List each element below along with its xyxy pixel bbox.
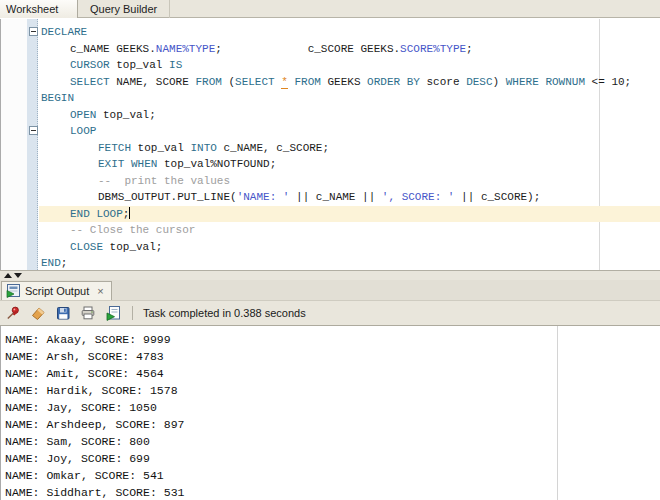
code-line[interactable]: DECLARE bbox=[39, 24, 660, 41]
pushpin-icon[interactable] bbox=[4, 305, 22, 322]
code-token: c_NAME GEEKS. bbox=[70, 43, 156, 55]
code-token: SELECT bbox=[70, 76, 110, 88]
code-token: SELECT bbox=[235, 76, 275, 88]
code-line[interactable]: FETCH top_val INTO c_NAME, c_SCORE; bbox=[39, 140, 660, 157]
output-line: NAME: Hardik, SCORE: 1578 bbox=[5, 382, 184, 399]
output-line: NAME: Jay, SCORE: 1050 bbox=[5, 399, 184, 416]
output-line: NAME: Amit, SCORE: 4564 bbox=[5, 365, 184, 382]
code-token: -- print the values bbox=[98, 175, 230, 187]
script-output-area[interactable]: NAME: Akaay, SCORE: 9999NAME: Arsh, SCOR… bbox=[0, 326, 660, 500]
code-token: CURSOR bbox=[70, 59, 110, 71]
code-token: WHEN bbox=[131, 158, 157, 170]
code-line[interactable]: CURSOR top_val IS bbox=[39, 57, 660, 74]
code-token: CLOSE bbox=[70, 241, 103, 253]
sql-developer-window: Worksheet Query Builder DECLAREc_NAME GE… bbox=[0, 0, 660, 500]
code-token: top_val bbox=[131, 142, 190, 154]
code-token: top_val bbox=[110, 59, 169, 71]
output-line: NAME: Akaay, SCORE: 9999 bbox=[5, 331, 184, 348]
code-token: <= 10; bbox=[585, 76, 631, 88]
code-token: SCORE%TYPE bbox=[400, 43, 466, 55]
output-divider-line bbox=[557, 326, 558, 500]
code-token: LOOP bbox=[70, 125, 96, 137]
run-script-icon[interactable] bbox=[104, 305, 122, 322]
code-line[interactable]: -- print the values bbox=[39, 173, 660, 190]
save-icon[interactable] bbox=[54, 305, 72, 322]
output-lines: NAME: Akaay, SCORE: 9999NAME: Arsh, SCOR… bbox=[5, 331, 184, 500]
code-token: NAME%TYPE bbox=[156, 43, 215, 55]
code-line[interactable]: EXIT WHEN top_val%NOTFOUND; bbox=[39, 156, 660, 173]
panel-splitter[interactable] bbox=[0, 270, 660, 280]
tab-script-output[interactable]: Script Output × bbox=[1, 281, 112, 300]
toolbar-separator bbox=[132, 306, 133, 320]
code-token: INTO bbox=[190, 142, 216, 154]
code-token: top_val; bbox=[96, 109, 155, 121]
code-token: WHERE bbox=[506, 76, 539, 88]
tab-query-builder[interactable]: Query Builder bbox=[78, 0, 170, 18]
code-token: ; bbox=[466, 43, 473, 55]
editor-gutter bbox=[1, 19, 27, 270]
code-token: || c_NAME || bbox=[289, 191, 381, 203]
code-token: * bbox=[281, 76, 288, 89]
output-line: NAME: Joy, SCORE: 699 bbox=[5, 450, 184, 467]
text-caret bbox=[129, 207, 130, 219]
code-line[interactable]: SELECT NAME, SCORE FROM (SELECT * FROM G… bbox=[39, 74, 660, 91]
code-token: ORDER BY bbox=[367, 76, 420, 88]
code-line[interactable]: LOOP bbox=[39, 123, 660, 140]
code-token: OPEN bbox=[70, 109, 96, 121]
output-line: NAME: Omkar, SCORE: 541 bbox=[5, 467, 184, 484]
code-token: GEEKS bbox=[321, 76, 367, 88]
code-token: BEGIN bbox=[41, 92, 74, 104]
output-toolbar: Task completed in 0.388 seconds bbox=[0, 301, 660, 326]
code-token: ', SCORE: ' bbox=[382, 191, 455, 203]
code-token: ) bbox=[493, 76, 506, 88]
code-token: score bbox=[420, 76, 466, 88]
code-line[interactable]: CLOSE top_val; bbox=[39, 239, 660, 256]
code-token: DESC bbox=[466, 76, 492, 88]
code-token: END bbox=[41, 257, 61, 269]
output-tab-strip: Script Output × bbox=[0, 280, 660, 301]
code-line[interactable]: BEGIN bbox=[39, 90, 660, 107]
print-icon[interactable] bbox=[79, 305, 97, 322]
code-token: 'NAME: ' bbox=[237, 191, 290, 203]
close-icon[interactable]: × bbox=[97, 285, 103, 297]
code-token: ; bbox=[123, 208, 130, 220]
code-line[interactable]: DBMS_OUTPUT.PUT_LINE('NAME: ' || c_NAME … bbox=[39, 189, 660, 206]
output-line: NAME: Arsh, SCORE: 4783 bbox=[5, 348, 184, 365]
code-line[interactable]: OPEN top_val; bbox=[39, 107, 660, 124]
code-token: -- Close the cursor bbox=[70, 224, 195, 236]
editor-tab-strip: Worksheet Query Builder bbox=[0, 0, 660, 18]
code-line[interactable]: c_NAME GEEKS.NAME%TYPE; c_SCORE GEEKS.SC… bbox=[39, 41, 660, 58]
code-token: top_val%NOTFOUND; bbox=[157, 158, 276, 170]
code-token: ; bbox=[61, 257, 68, 269]
eraser-icon[interactable] bbox=[29, 305, 47, 322]
fold-toggle-icon[interactable] bbox=[29, 27, 38, 36]
code-token: DECLARE bbox=[41, 26, 87, 38]
fold-toggle-icon[interactable] bbox=[29, 126, 38, 135]
code-token: FETCH bbox=[98, 142, 131, 154]
code-token: top_val; bbox=[103, 241, 162, 253]
splitter-up-arrow-icon[interactable] bbox=[4, 273, 12, 278]
code-token: || c_SCORE); bbox=[454, 191, 540, 203]
task-status-text: Task completed in 0.388 seconds bbox=[143, 307, 306, 319]
code-token: ( bbox=[222, 76, 235, 88]
tab-worksheet[interactable]: Worksheet bbox=[0, 0, 78, 18]
code-token: DBMS_OUTPUT.PUT_LINE( bbox=[98, 191, 237, 203]
splitter-down-arrow-icon[interactable] bbox=[14, 273, 22, 278]
output-line: NAME: Siddhart, SCORE: 531 bbox=[5, 484, 184, 500]
code-token: NAME, SCORE bbox=[110, 76, 196, 88]
code-token: END LOOP bbox=[70, 208, 123, 220]
output-line: NAME: Sam, SCORE: 800 bbox=[5, 433, 184, 450]
code-token: FROM bbox=[294, 76, 320, 88]
worksheet-editor[interactable]: DECLAREc_NAME GEEKS.NAME%TYPE; c_SCORE G… bbox=[0, 19, 660, 270]
fold-gutter bbox=[27, 19, 38, 270]
code-token: IS bbox=[169, 59, 182, 71]
code-editor[interactable]: DECLAREc_NAME GEEKS.NAME%TYPE; c_SCORE G… bbox=[39, 24, 660, 270]
code-line[interactable]: END; bbox=[39, 255, 660, 270]
script-output-icon bbox=[6, 284, 20, 298]
code-token: c_NAME, c_SCORE; bbox=[217, 142, 329, 154]
code-token: ROWNUM bbox=[545, 76, 585, 88]
code-token: EXIT bbox=[98, 158, 124, 170]
output-tab-label: Script Output bbox=[25, 285, 89, 297]
code-line[interactable]: END LOOP; bbox=[39, 206, 660, 223]
code-line[interactable]: -- Close the cursor bbox=[39, 222, 660, 239]
